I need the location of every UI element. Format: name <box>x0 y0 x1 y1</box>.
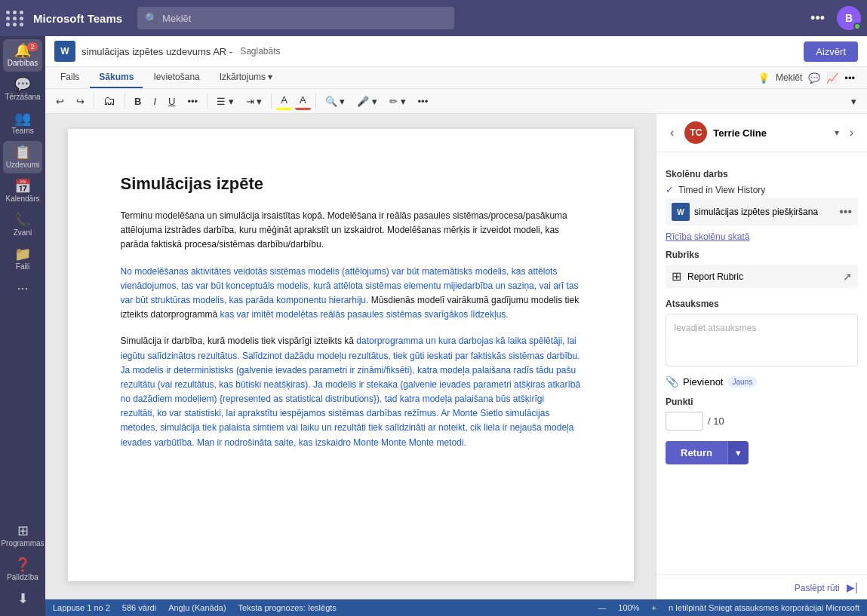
teams-icon: 👥 <box>14 112 31 125</box>
sidebar-item-kalendars[interactable]: 📅 Kalendārs <box>3 175 42 207</box>
download-icon: ⬇ <box>17 592 29 605</box>
search-icon: 🔍 <box>145 12 158 24</box>
italic-button[interactable]: I <box>149 93 161 109</box>
rp-file-item[interactable]: W simulācijas izpētes piešķiršana ••• <box>666 198 858 225</box>
rp-body: Skolēnu darbs ✓ Timed in View History W … <box>656 152 867 575</box>
rp-points-max: / 10 <box>708 415 724 427</box>
highlight-button[interactable]: A <box>276 92 292 110</box>
right-panel: ‹ TC Terrie Cline ▾ › Skolēnu darbs ✓ Ti… <box>656 114 867 599</box>
ribbon-more-icon[interactable]: ••• <box>844 72 855 84</box>
rp-rubric-item[interactable]: ⊞ Report Rubric ↗ <box>666 265 858 288</box>
rp-timed-label: Timed in View History <box>678 185 765 195</box>
ribbon: Fails Sākums Ievietošana Izkārtojums ▾ 💡… <box>45 67 867 114</box>
ribbon-search-label[interactable]: Meklēt <box>776 72 802 83</box>
avatar[interactable]: B <box>837 6 861 30</box>
rp-expand-icon[interactable]: ▾ <box>835 127 839 138</box>
rp-next-button[interactable]: › <box>845 124 858 141</box>
rp-rubric-name: Report Rubric <box>687 271 837 282</box>
status-proofing[interactable]: Teksta prognozes: Ieslēgts <box>238 603 337 612</box>
comment-icon[interactable]: 💬 <box>808 72 820 84</box>
content-area: W simulācijas izpētes uzdevums AR - Sagl… <box>45 36 867 616</box>
undo-button[interactable]: ↩ <box>51 93 69 109</box>
find-button[interactable]: 🔍 ▾ <box>321 93 350 109</box>
ribbon-divider-3 <box>207 93 208 109</box>
collapse-ribbon-button[interactable]: ▾ <box>847 93 861 109</box>
checkmark-icon: ✓ <box>666 184 674 195</box>
rp-feedback-box[interactable]: Ievadiet atsauksmes <box>666 314 858 366</box>
rp-section-skolenu: Skolēnu darbs <box>666 169 858 179</box>
more-options-button[interactable]: ••• <box>804 8 831 29</box>
sidebar-item-faili[interactable]: 📁 Faili <box>3 243 42 275</box>
ribbon-divider-5 <box>315 93 316 109</box>
rubric-grid-icon: ⊞ <box>672 269 681 283</box>
titlebar: Microsoft Teams 🔍 ••• B <box>0 0 867 36</box>
sidebar-item-programmas[interactable]: ⊞ Programmas <box>3 519 42 552</box>
rp-hide-panel-button[interactable]: Paslēpt rūti <box>795 583 840 593</box>
status-page-info: Lappuse 1 no 2 <box>53 603 110 612</box>
rp-section-atsauksmes: Atsauksmes <box>666 299 858 309</box>
zvani-icon: 📞 <box>14 213 31 227</box>
rp-return-button[interactable]: Return <box>666 441 727 464</box>
main-layout: 🔔 Darbības 2 💬 Tērzāšana 👥 Teams 📋 Uzdev… <box>0 36 867 616</box>
ribbon-tabs: Fails Sākums Ievietošana Izkārtojums ▾ 💡… <box>45 67 867 89</box>
editing-area: Simulācijas izpēte Terminu modelēšana un… <box>45 114 867 599</box>
chart-icon[interactable]: 📈 <box>826 72 838 84</box>
rp-file-name: simulācijas izpētes piešķiršana <box>694 207 835 217</box>
rp-section-rubriks: Rubriks <box>666 250 858 260</box>
sidebar-bottom: ⊞ Programmas ❓ Palīdzība ⬇ <box>3 519 42 616</box>
rp-header: ‹ TC Terrie Cline ▾ › <box>656 114 867 152</box>
rp-attach-row: 📎 Pievienot Jauns <box>666 375 858 388</box>
document-para-3: Simulācija ir darbība, kurā modelis tiek… <box>121 334 581 450</box>
redo-button[interactable]: ↪ <box>72 93 89 109</box>
rp-rubric-open-icon[interactable]: ↗ <box>843 271 852 283</box>
rp-prev-button[interactable]: ‹ <box>666 124 678 141</box>
sidebar-item-terzasana[interactable]: 💬 Tērzāšana <box>3 73 42 106</box>
indent-button[interactable]: ⇥ ▾ <box>241 93 267 109</box>
status-language[interactable]: Angļu (Kanāda) <box>168 603 226 612</box>
sidebar-item-zvani[interactable]: 📞 Zvani <box>3 209 42 241</box>
rp-return-dropdown-button[interactable]: ▾ <box>727 441 749 464</box>
search-input[interactable] <box>162 13 447 24</box>
palidziba-icon: ❓ <box>14 558 31 572</box>
status-feedback-link[interactable]: n Ietilpināt Sniegt atsauksmes korporāci… <box>669 603 859 612</box>
sidebar-item-darbibas[interactable]: 🔔 Darbības 2 <box>3 39 42 72</box>
search-bar[interactable]: 🔍 <box>137 7 454 29</box>
sidebar-item-palidziba[interactable]: ❓ Palīdzība <box>3 553 42 586</box>
app-grid-icon[interactable] <box>6 11 24 26</box>
underline-button[interactable]: U <box>164 93 180 109</box>
tab-sakums[interactable]: Sākums <box>90 67 143 88</box>
ribbon-divider-4 <box>271 93 272 109</box>
tools-more-button[interactable]: ••• <box>414 93 433 109</box>
format-more-button[interactable]: ••• <box>183 93 202 109</box>
font-dropdown-button[interactable]: 🗂 <box>99 92 120 110</box>
sidebar-item-teams[interactable]: 👥 Teams <box>3 107 42 139</box>
editor-button[interactable]: ✏ ▾ <box>385 93 410 109</box>
rp-hide-panel-icon[interactable]: ▶| <box>847 581 858 593</box>
rp-feedback-placeholder: Ievadiet atsauksmes <box>674 323 756 333</box>
dictate-button[interactable]: 🎤 ▾ <box>352 93 382 109</box>
rp-file-more-button[interactable]: ••• <box>839 205 852 219</box>
rp-footer: Paslēpt rūti ▶| <box>656 575 867 599</box>
tab-izkartojums[interactable]: Izkārtojums ▾ <box>211 67 281 88</box>
document-page[interactable]: Simulācijas izpēte Terminu modelēšana un… <box>68 129 634 581</box>
close-panel-button[interactable]: Aizvērt <box>804 41 858 62</box>
rp-attach-label[interactable]: Pievienot <box>683 376 723 388</box>
rp-points-input[interactable] <box>666 412 703 431</box>
attach-icon: 📎 <box>666 375 678 388</box>
faili-icon: 📁 <box>14 247 31 261</box>
rp-riciba-link[interactable]: Rīcība skolēnu skatā <box>666 231 858 242</box>
bold-button[interactable]: B <box>130 93 146 109</box>
app-title: Microsoft Teams <box>33 12 122 25</box>
rp-file-word-icon: W <box>672 203 690 221</box>
list-button[interactable]: ☰ ▾ <box>212 93 238 109</box>
sidebar-item-download[interactable]: ⬇ <box>3 587 42 610</box>
status-zoom-minus[interactable]: — <box>598 603 606 612</box>
status-zoom-plus[interactable]: + <box>651 603 656 612</box>
tab-fails[interactable]: Fails <box>51 67 88 88</box>
sidebar-item-uzdevumi[interactable]: 📋 Uzdevumi <box>3 141 42 173</box>
font-color-button[interactable]: A <box>295 92 311 110</box>
rp-new-badge: Jauns <box>727 376 757 388</box>
tab-ievietosana[interactable]: Ievietošana <box>144 67 208 88</box>
rp-return-row: Return ▾ <box>666 441 858 464</box>
sidebar-item-more[interactable]: ··· <box>3 277 42 299</box>
